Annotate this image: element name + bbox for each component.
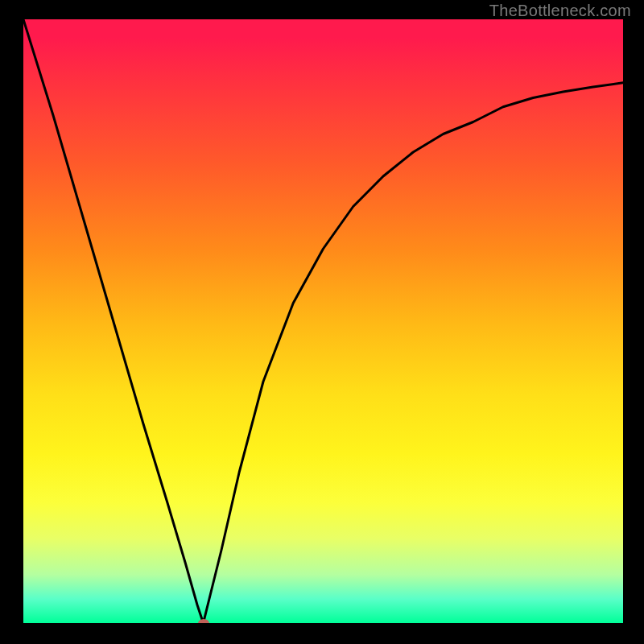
chart-frame: TheBottleneck.com <box>0 0 644 644</box>
curve-path <box>23 19 623 623</box>
minimum-marker <box>198 619 209 624</box>
bottleneck-curve <box>23 19 623 623</box>
plot-area <box>23 19 623 623</box>
watermark-text: TheBottleneck.com <box>489 2 631 20</box>
